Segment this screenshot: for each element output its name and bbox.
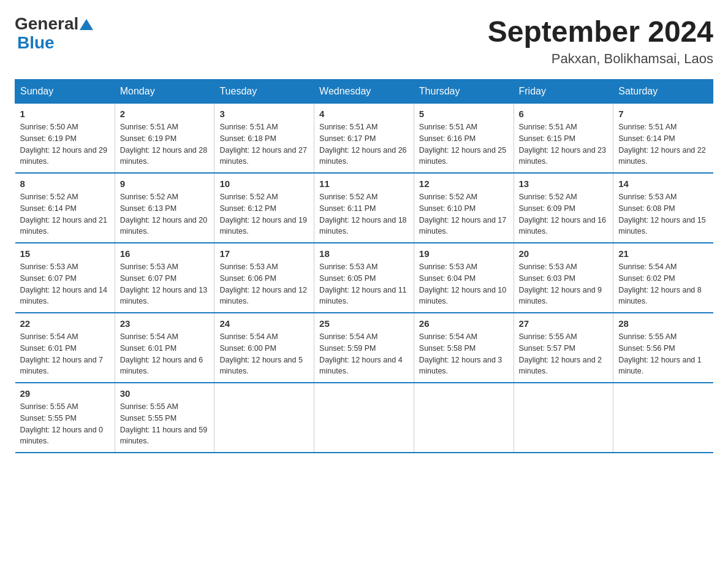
calendar-cell: 25Sunrise: 5:54 AMSunset: 5:59 PMDayligh… xyxy=(314,313,414,383)
day-number: 6 xyxy=(519,109,609,119)
day-info: Sunrise: 5:54 AMSunset: 6:01 PMDaylight:… xyxy=(20,331,110,377)
calendar-week-row: 15Sunrise: 5:53 AMSunset: 6:07 PMDayligh… xyxy=(15,243,713,313)
calendar-cell: 24Sunrise: 5:54 AMSunset: 6:00 PMDayligh… xyxy=(214,313,314,383)
calendar-cell xyxy=(414,383,514,453)
day-info: Sunrise: 5:53 AMSunset: 6:07 PMDaylight:… xyxy=(120,261,210,307)
day-info: Sunrise: 5:53 AMSunset: 6:07 PMDaylight:… xyxy=(20,261,110,307)
column-header-sunday: Sunday xyxy=(15,80,115,104)
day-info: Sunrise: 5:55 AMSunset: 5:55 PMDaylight:… xyxy=(120,401,210,447)
calendar-cell: 5Sunrise: 5:51 AMSunset: 6:16 PMDaylight… xyxy=(414,104,514,174)
calendar-cell: 27Sunrise: 5:55 AMSunset: 5:57 PMDayligh… xyxy=(514,313,613,383)
day-info: Sunrise: 5:54 AMSunset: 6:01 PMDaylight:… xyxy=(120,331,210,377)
column-header-friday: Friday xyxy=(514,80,613,104)
day-info: Sunrise: 5:51 AMSunset: 6:19 PMDaylight:… xyxy=(120,121,210,167)
calendar-cell: 20Sunrise: 5:53 AMSunset: 6:03 PMDayligh… xyxy=(514,243,613,313)
logo-text-blue: Blue xyxy=(17,34,93,53)
calendar-cell: 16Sunrise: 5:53 AMSunset: 6:07 PMDayligh… xyxy=(115,243,214,313)
calendar-table: SundayMondayTuesdayWednesdayThursdayFrid… xyxy=(15,79,713,453)
calendar-header-row: SundayMondayTuesdayWednesdayThursdayFrid… xyxy=(15,80,713,104)
day-number: 3 xyxy=(219,109,309,119)
day-number: 15 xyxy=(20,248,110,259)
day-number: 16 xyxy=(120,248,210,259)
calendar-cell: 28Sunrise: 5:55 AMSunset: 5:56 PMDayligh… xyxy=(613,313,713,383)
logo: General Blue xyxy=(15,15,93,53)
calendar-cell: 4Sunrise: 5:51 AMSunset: 6:17 PMDaylight… xyxy=(314,104,414,174)
calendar-week-row: 29Sunrise: 5:55 AMSunset: 5:55 PMDayligh… xyxy=(15,383,713,453)
day-info: Sunrise: 5:53 AMSunset: 6:04 PMDaylight:… xyxy=(419,261,509,307)
day-info: Sunrise: 5:53 AMSunset: 6:06 PMDaylight:… xyxy=(219,261,309,307)
day-number: 5 xyxy=(419,109,509,119)
day-number: 26 xyxy=(419,318,509,329)
day-number: 8 xyxy=(20,178,110,189)
day-info: Sunrise: 5:52 AMSunset: 6:11 PMDaylight:… xyxy=(319,191,409,237)
day-info: Sunrise: 5:53 AMSunset: 6:03 PMDaylight:… xyxy=(519,261,609,307)
day-info: Sunrise: 5:51 AMSunset: 6:18 PMDaylight:… xyxy=(219,121,309,167)
day-number: 14 xyxy=(618,178,708,189)
day-number: 17 xyxy=(219,248,309,259)
day-info: Sunrise: 5:54 AMSunset: 5:58 PMDaylight:… xyxy=(419,331,509,377)
logo-triangle-icon xyxy=(80,18,93,31)
day-number: 13 xyxy=(519,178,609,189)
calendar-cell: 8Sunrise: 5:52 AMSunset: 6:14 PMDaylight… xyxy=(15,173,115,243)
day-info: Sunrise: 5:55 AMSunset: 5:57 PMDaylight:… xyxy=(519,331,609,377)
calendar-cell: 15Sunrise: 5:53 AMSunset: 6:07 PMDayligh… xyxy=(15,243,115,313)
calendar-cell: 18Sunrise: 5:53 AMSunset: 6:05 PMDayligh… xyxy=(314,243,414,313)
page-header: General Blue September 2024 Pakxan, Boli… xyxy=(15,15,713,67)
day-number: 1 xyxy=(20,109,110,119)
day-info: Sunrise: 5:53 AMSunset: 6:05 PMDaylight:… xyxy=(319,261,409,307)
day-info: Sunrise: 5:55 AMSunset: 5:56 PMDaylight:… xyxy=(618,331,708,377)
column-header-thursday: Thursday xyxy=(414,80,514,104)
day-info: Sunrise: 5:52 AMSunset: 6:14 PMDaylight:… xyxy=(20,191,110,237)
day-info: Sunrise: 5:51 AMSunset: 6:16 PMDaylight:… xyxy=(419,121,509,167)
day-number: 9 xyxy=(120,178,210,189)
calendar-week-row: 8Sunrise: 5:52 AMSunset: 6:14 PMDaylight… xyxy=(15,173,713,243)
calendar-week-row: 22Sunrise: 5:54 AMSunset: 6:01 PMDayligh… xyxy=(15,313,713,383)
calendar-cell: 21Sunrise: 5:54 AMSunset: 6:02 PMDayligh… xyxy=(613,243,713,313)
calendar-cell: 30Sunrise: 5:55 AMSunset: 5:55 PMDayligh… xyxy=(115,383,214,453)
day-number: 25 xyxy=(319,318,409,329)
calendar-cell: 26Sunrise: 5:54 AMSunset: 5:58 PMDayligh… xyxy=(414,313,514,383)
calendar-cell xyxy=(314,383,414,453)
day-number: 23 xyxy=(120,318,210,329)
day-number: 12 xyxy=(419,178,509,189)
logo-text-general: General xyxy=(15,15,78,34)
day-number: 28 xyxy=(618,318,708,329)
day-number: 21 xyxy=(618,248,708,259)
day-info: Sunrise: 5:51 AMSunset: 6:17 PMDaylight:… xyxy=(319,121,409,167)
day-info: Sunrise: 5:51 AMSunset: 6:15 PMDaylight:… xyxy=(519,121,609,167)
calendar-week-row: 1Sunrise: 5:50 AMSunset: 6:19 PMDaylight… xyxy=(15,104,713,174)
day-info: Sunrise: 5:52 AMSunset: 6:10 PMDaylight:… xyxy=(419,191,509,237)
day-info: Sunrise: 5:50 AMSunset: 6:19 PMDaylight:… xyxy=(20,121,110,167)
calendar-cell: 17Sunrise: 5:53 AMSunset: 6:06 PMDayligh… xyxy=(214,243,314,313)
calendar-cell xyxy=(613,383,713,453)
calendar-cell xyxy=(514,383,613,453)
day-info: Sunrise: 5:51 AMSunset: 6:14 PMDaylight:… xyxy=(618,121,708,167)
day-info: Sunrise: 5:52 AMSunset: 6:09 PMDaylight:… xyxy=(519,191,609,237)
day-number: 30 xyxy=(120,388,210,399)
svg-marker-0 xyxy=(80,19,93,30)
day-number: 29 xyxy=(20,388,110,399)
calendar-cell: 11Sunrise: 5:52 AMSunset: 6:11 PMDayligh… xyxy=(314,173,414,243)
day-number: 2 xyxy=(120,109,210,119)
calendar-cell: 7Sunrise: 5:51 AMSunset: 6:14 PMDaylight… xyxy=(613,104,713,174)
day-number: 24 xyxy=(219,318,309,329)
calendar-cell: 14Sunrise: 5:53 AMSunset: 6:08 PMDayligh… xyxy=(613,173,713,243)
day-info: Sunrise: 5:54 AMSunset: 5:59 PMDaylight:… xyxy=(319,331,409,377)
calendar-cell: 23Sunrise: 5:54 AMSunset: 6:01 PMDayligh… xyxy=(115,313,214,383)
calendar-cell xyxy=(214,383,314,453)
calendar-cell: 6Sunrise: 5:51 AMSunset: 6:15 PMDaylight… xyxy=(514,104,613,174)
day-number: 22 xyxy=(20,318,110,329)
day-number: 4 xyxy=(319,109,409,119)
calendar-cell: 29Sunrise: 5:55 AMSunset: 5:55 PMDayligh… xyxy=(15,383,115,453)
day-info: Sunrise: 5:52 AMSunset: 6:13 PMDaylight:… xyxy=(120,191,210,237)
calendar-cell: 3Sunrise: 5:51 AMSunset: 6:18 PMDaylight… xyxy=(214,104,314,174)
calendar-cell: 9Sunrise: 5:52 AMSunset: 6:13 PMDaylight… xyxy=(115,173,214,243)
day-info: Sunrise: 5:53 AMSunset: 6:08 PMDaylight:… xyxy=(618,191,708,237)
column-header-tuesday: Tuesday xyxy=(214,80,314,104)
day-number: 18 xyxy=(319,248,409,259)
day-info: Sunrise: 5:55 AMSunset: 5:55 PMDaylight:… xyxy=(20,401,110,447)
column-header-wednesday: Wednesday xyxy=(314,80,414,104)
calendar-cell: 19Sunrise: 5:53 AMSunset: 6:04 PMDayligh… xyxy=(414,243,514,313)
calendar-cell: 10Sunrise: 5:52 AMSunset: 6:12 PMDayligh… xyxy=(214,173,314,243)
calendar-cell: 22Sunrise: 5:54 AMSunset: 6:01 PMDayligh… xyxy=(15,313,115,383)
